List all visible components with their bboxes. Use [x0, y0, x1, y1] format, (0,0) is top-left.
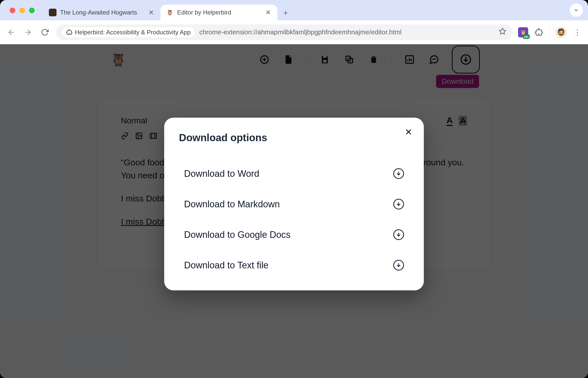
- close-window-button[interactable]: [10, 8, 15, 13]
- tab-hogwarts[interactable]: The Long-Awaited Hogwarts ✕: [43, 5, 160, 20]
- arrow-left-icon: [7, 28, 15, 36]
- download-text-option[interactable]: Download to Text file: [179, 255, 409, 275]
- close-modal-button[interactable]: [403, 127, 414, 137]
- omnibox[interactable]: Helperbird: Accessibility & Productivity…: [56, 24, 512, 40]
- download-markdown-option[interactable]: Download to Markdown: [179, 194, 409, 214]
- favicon-hogwarts: [49, 9, 57, 16]
- download-word-option[interactable]: Download to Word: [179, 164, 409, 184]
- maximize-window-button[interactable]: [29, 8, 35, 13]
- download-google-docs-option[interactable]: Download to Google Docs: [179, 225, 409, 245]
- minimize-window-button[interactable]: [19, 8, 25, 13]
- helperbird-extension-button[interactable]: 🦉 on: [518, 27, 528, 37]
- profile-avatar[interactable]: 🧔: [555, 27, 567, 38]
- extension-chip[interactable]: Helperbird: Accessibility & Productivity…: [62, 27, 195, 37]
- tab-title: The Long-Awaited Hogwarts: [60, 9, 144, 16]
- toolbar-right: 🦉 on 🧔 ⋮: [518, 27, 582, 38]
- option-label: Download to Word: [184, 168, 259, 179]
- reload-icon: [41, 28, 49, 36]
- separator: [550, 27, 550, 37]
- favicon-helperbird: 🦉: [166, 9, 174, 16]
- reload-button[interactable]: [39, 27, 50, 38]
- close-tab-button[interactable]: ✕: [148, 9, 155, 16]
- option-label: Download to Markdown: [184, 199, 280, 210]
- extension-chip-label: Helperbird: Accessibility & Productivity…: [75, 29, 191, 36]
- chevron-down-icon: [573, 7, 579, 13]
- url-text: chrome-extension://ahmapmilbkfamljbpgphf…: [199, 28, 494, 36]
- new-tab-button[interactable]: ＋: [279, 7, 292, 19]
- extensions-button[interactable]: [534, 27, 544, 37]
- tab-title: Editor by Helperbird: [177, 9, 261, 16]
- tabs-dropdown-button[interactable]: [570, 4, 583, 17]
- tab-strip: The Long-Awaited Hogwarts ✕ 🦉 Editor by …: [0, 0, 588, 20]
- extension-on-badge: on: [523, 34, 530, 39]
- download-icon: [393, 260, 404, 271]
- svg-marker-2: [499, 28, 506, 34]
- forward-button[interactable]: [22, 27, 34, 38]
- option-label: Download to Text file: [184, 260, 269, 271]
- modal-title: Download options: [179, 132, 409, 143]
- window-controls: [10, 8, 35, 13]
- bookmark-button[interactable]: [499, 27, 506, 37]
- browser-menu-button[interactable]: ⋮: [572, 27, 582, 37]
- star-icon: [499, 27, 506, 35]
- download-icon: [393, 168, 404, 179]
- puzzle-icon: [66, 29, 72, 35]
- browser-toolbar: Helperbird: Accessibility & Productivity…: [0, 20, 588, 44]
- back-button[interactable]: [6, 27, 17, 38]
- download-icon: [393, 229, 404, 240]
- close-icon: [404, 128, 413, 136]
- tab-helperbird-editor[interactable]: 🦉 Editor by Helperbird ✕: [160, 5, 277, 20]
- option-label: Download to Google Docs: [184, 229, 290, 240]
- arrow-right-icon: [24, 28, 32, 36]
- download-options-modal: Download options Download to Word Downlo…: [164, 118, 424, 290]
- download-icon: [393, 199, 404, 210]
- puzzle-icon: [535, 28, 543, 36]
- browser-window: The Long-Awaited Hogwarts ✕ 🦉 Editor by …: [0, 0, 588, 378]
- close-tab-button[interactable]: ✕: [265, 9, 272, 16]
